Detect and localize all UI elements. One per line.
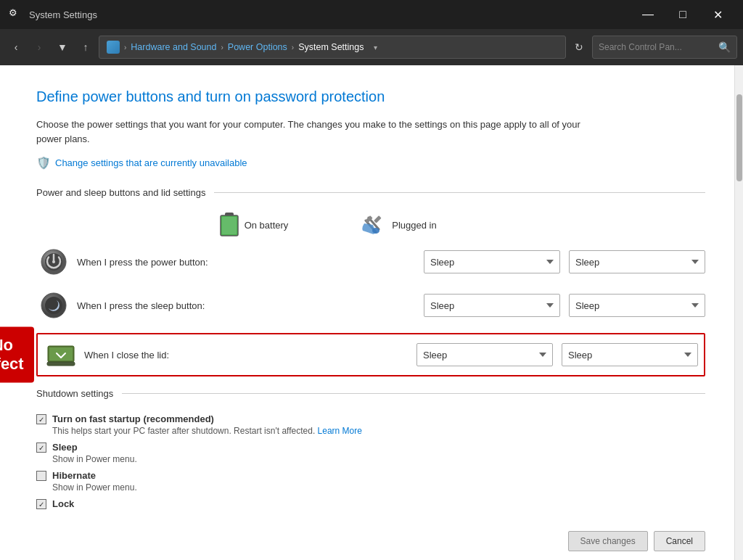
lid-close-label: When I close the lid: (78, 350, 416, 361)
learn-more-link[interactable]: Learn More (318, 426, 362, 436)
column-headers: On battery Plugged in (36, 213, 705, 237)
hibernate-label: Hibernate (52, 470, 137, 481)
fast-startup-item: ✓ Turn on fast startup (recommended) Thi… (36, 413, 705, 436)
power-button-plugged-select[interactable]: Do nothing Sleep Hibernate Shut down Tur… (569, 250, 705, 273)
shutdown-divider (122, 393, 705, 394)
fast-startup-label: Turn on fast startup (recommended) (52, 413, 362, 424)
scrollbar[interactable] (734, 65, 743, 560)
svg-point-10 (52, 260, 55, 263)
lid-row-container: Noeffect When I close the lid: (36, 333, 705, 376)
sleep-checkbox[interactable]: ✓ (36, 442, 46, 453)
lock-label: Lock (52, 498, 74, 509)
battery-column-label: On battery (245, 220, 289, 231)
cancel-button-1[interactable]: Cancel (654, 531, 705, 551)
sleep-button-battery-select[interactable]: Do nothing Sleep Hibernate Shut down Tur… (424, 294, 560, 317)
power-button-label: When I press the power button: (71, 257, 424, 268)
app-icon: ⚙ (9, 7, 23, 22)
svg-rect-2 (222, 217, 237, 234)
main-window: Define power buttons and turn on passwor… (0, 65, 743, 560)
bottom-buttons: Save changes Cancel (36, 524, 705, 551)
svg-point-7 (372, 228, 379, 234)
content-area: Define power buttons and turn on passwor… (0, 65, 734, 560)
close-button[interactable]: ✕ (701, 4, 734, 25)
power-section-header: Power and sleep buttons and lid settings (36, 187, 705, 198)
svg-rect-14 (49, 347, 73, 361)
hibernate-content: Hibernate Show in Power menu. (52, 470, 137, 493)
page-description: Choose the power settings that you want … (36, 118, 602, 146)
section-divider (214, 192, 705, 193)
battery-column-header: On battery (181, 213, 327, 237)
change-settings-link[interactable]: 🛡️ Change settings that are currently un… (36, 156, 247, 170)
hibernate-checkbox[interactable] (36, 471, 46, 481)
address-bar: ‹ › ▼ ↑ › Hardware and Sound › Power Opt… (0, 29, 743, 65)
lid-close-plugged-select[interactable]: Do nothing Sleep Hibernate Shut down Tur… (562, 343, 698, 366)
minimize-button[interactable]: — (631, 4, 665, 25)
dropdown-button[interactable]: ▼ (52, 37, 73, 57)
lock-content: Lock (52, 498, 74, 509)
save-button-1[interactable]: Save changes (568, 531, 648, 551)
sleep-button-row: When I press the sleep button: Do nothin… (36, 289, 705, 321)
shield-icon: 🛡️ (36, 156, 51, 170)
shutdown-section-label: Shutdown settings (36, 388, 113, 399)
plugged-column-label: Plugged in (392, 220, 436, 231)
plugged-column-header: Plugged in (327, 215, 472, 235)
power-button-battery-select[interactable]: Do nothing Sleep Hibernate Shut down Tur… (424, 250, 560, 273)
forward-button[interactable]: › (29, 37, 49, 57)
lid-close-selects: Do nothing Sleep Hibernate Shut down Tur… (416, 343, 698, 366)
title-bar: ⚙ System Settings — □ ✕ (0, 0, 743, 29)
power-button-icon (41, 249, 67, 275)
refresh-button[interactable]: ↻ (569, 37, 589, 57)
lid-row-wrapper: When I close the lid: Do nothing Sleep H… (36, 333, 705, 376)
lid-close-icon (46, 343, 75, 366)
search-button[interactable]: 🔍 (718, 41, 731, 53)
sleep-content: Sleep Show in Power menu. (52, 442, 137, 464)
current-page: System Settings (298, 42, 364, 52)
power-icon-cell (36, 249, 71, 275)
lock-item: ✓ Lock (36, 498, 705, 509)
breadcrumb-hardware[interactable]: Hardware and Sound (131, 42, 216, 52)
breadcrumb-power[interactable]: Power Options (228, 42, 287, 52)
sleep-button-label: When I press the sleep button: (71, 300, 424, 311)
battery-icon (220, 213, 239, 237)
no-effect-label: Noeffect (0, 327, 34, 383)
window-controls: — □ ✕ (631, 4, 734, 25)
sleep-button-selects: Do nothing Sleep Hibernate Shut down Tur… (424, 294, 705, 317)
bottom-buttons-2: Save changes Cancel (36, 554, 705, 560)
lid-close-row: When I close the lid: Do nothing Sleep H… (44, 339, 698, 371)
sleep-button-plugged-select[interactable]: Do nothing Sleep Hibernate Shut down Tur… (569, 294, 705, 317)
control-panel-icon (107, 41, 120, 54)
plug-icon (361, 215, 386, 235)
scrollbar-thumb[interactable] (736, 94, 742, 181)
lid-close-battery-select[interactable]: Do nothing Sleep Hibernate Shut down Tur… (416, 343, 553, 366)
maximize-button[interactable]: □ (666, 4, 699, 25)
lock-checkbox[interactable]: ✓ (36, 499, 46, 509)
back-button[interactable]: ‹ (6, 37, 26, 57)
sleep-item: ✓ Sleep Show in Power menu. (36, 442, 705, 464)
sleep-shutdown-desc: Show in Power menu. (52, 454, 137, 464)
sleep-icon-cell (36, 292, 71, 318)
power-section-label: Power and sleep buttons and lid settings (36, 187, 205, 198)
fast-startup-content: Turn on fast startup (recommended) This … (52, 413, 362, 436)
svg-point-12 (45, 297, 62, 314)
svg-rect-6 (374, 215, 382, 223)
path-dropdown-button[interactable]: ▾ (368, 36, 382, 59)
fast-startup-checkbox[interactable]: ✓ (36, 414, 46, 424)
sleep-button-icon (41, 292, 67, 318)
hibernate-desc: Show in Power menu. (52, 482, 137, 493)
page-title: Define power buttons and turn on passwor… (36, 87, 705, 106)
address-path: › Hardware and Sound › Power Options › S… (99, 36, 566, 59)
up-button[interactable]: ↑ (75, 37, 96, 57)
power-button-selects: Do nothing Sleep Hibernate Shut down Tur… (424, 250, 705, 273)
search-box: 🔍 (592, 36, 737, 59)
search-input[interactable] (599, 42, 714, 52)
lid-icon-cell (44, 343, 78, 366)
hibernate-item: Hibernate Show in Power menu. (36, 470, 705, 493)
sleep-shutdown-label: Sleep (52, 442, 137, 453)
settings-link-text: Change settings that are currently unava… (55, 157, 247, 168)
fast-startup-desc: This helps start your PC faster after sh… (52, 426, 362, 436)
window-title: System Settings (29, 9, 631, 20)
power-button-row: When I press the power button: Do nothin… (36, 246, 705, 278)
svg-rect-15 (47, 362, 75, 366)
shutdown-section-header: Shutdown settings (36, 388, 705, 399)
